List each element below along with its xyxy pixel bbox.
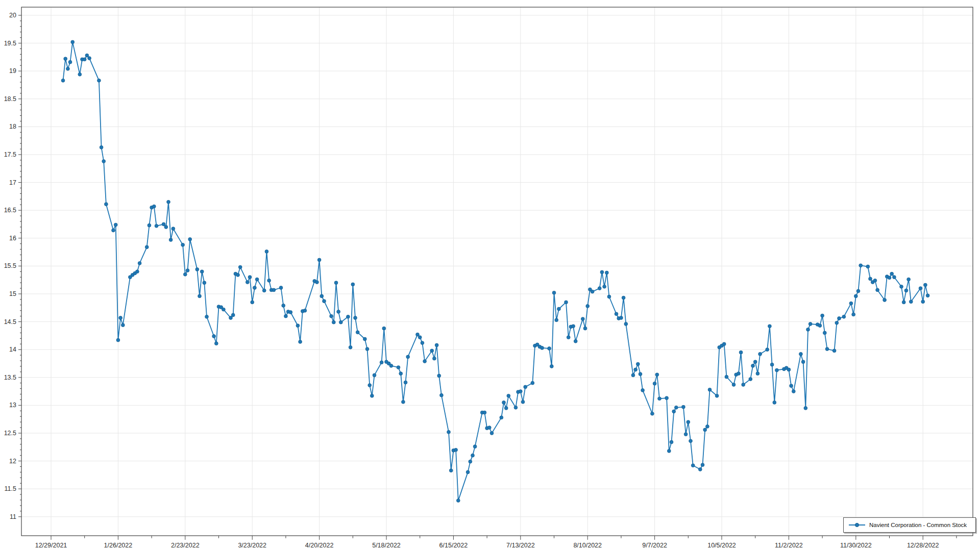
data-point-marker bbox=[435, 343, 438, 347]
data-point-marker bbox=[583, 327, 587, 330]
y-tick-label: 16 bbox=[9, 235, 16, 242]
data-point-marker bbox=[97, 79, 101, 82]
data-point-marker bbox=[838, 317, 841, 320]
data-point-marker bbox=[581, 317, 584, 321]
data-point-marker bbox=[672, 410, 676, 413]
y-tick-label: 20 bbox=[9, 12, 16, 19]
data-point-marker bbox=[670, 440, 673, 444]
data-point-marker bbox=[756, 372, 760, 375]
data-point-marker bbox=[739, 350, 743, 354]
data-point-marker bbox=[749, 378, 752, 381]
y-tick-label: 17 bbox=[9, 179, 16, 186]
data-point-marker bbox=[636, 362, 640, 366]
data-point-marker bbox=[181, 243, 185, 247]
data-point-marker bbox=[921, 300, 925, 304]
data-point-marker bbox=[658, 397, 662, 400]
data-point-marker bbox=[416, 333, 420, 336]
x-tick-label: 12/28/2022 bbox=[907, 542, 939, 549]
data-point-marker bbox=[222, 308, 226, 311]
data-point-marker bbox=[567, 336, 570, 339]
y-tick-label: 16.5 bbox=[4, 207, 16, 214]
x-tick-label: 6/15/2022 bbox=[439, 542, 468, 549]
data-point-marker bbox=[155, 224, 158, 228]
data-point-marker bbox=[251, 300, 254, 304]
data-point-marker bbox=[653, 382, 656, 385]
data-point-marker bbox=[591, 290, 594, 293]
data-point-marker bbox=[708, 388, 712, 391]
data-point-marker bbox=[852, 313, 855, 316]
data-point-marker bbox=[821, 314, 824, 317]
y-tick-label: 15.5 bbox=[4, 262, 16, 269]
data-point-marker bbox=[790, 384, 793, 388]
data-point-marker bbox=[524, 385, 527, 389]
data-point-marker bbox=[806, 328, 810, 332]
data-point-marker bbox=[433, 357, 436, 360]
data-point-marker bbox=[246, 281, 249, 284]
data-point-marker bbox=[183, 272, 187, 276]
chart-window: 2019.51918.51817.51716.51615.51514.51413… bbox=[0, 0, 980, 551]
data-point-marker bbox=[766, 348, 769, 352]
data-point-marker bbox=[339, 320, 342, 324]
data-point-marker bbox=[856, 289, 860, 293]
data-point-marker bbox=[689, 439, 693, 443]
data-point-marker bbox=[162, 222, 165, 226]
y-tick-label: 11 bbox=[10, 513, 16, 520]
data-point-marker bbox=[541, 346, 544, 350]
data-point-marker bbox=[555, 318, 558, 322]
data-point-marker bbox=[773, 401, 776, 405]
data-point-marker bbox=[701, 463, 704, 467]
legend-item[interactable]: Navient Corporation - Common Stock bbox=[843, 517, 976, 533]
data-point-marker bbox=[303, 309, 307, 312]
data-point-marker bbox=[698, 468, 702, 471]
data-point-marker bbox=[238, 265, 242, 269]
data-point-marker bbox=[320, 294, 324, 298]
data-point-marker bbox=[389, 364, 393, 368]
data-point-marker bbox=[167, 200, 170, 204]
data-point-marker bbox=[169, 238, 173, 242]
data-point-marker bbox=[296, 324, 300, 328]
data-point-marker bbox=[682, 405, 685, 409]
data-point-marker bbox=[552, 291, 556, 294]
data-point-marker bbox=[248, 276, 252, 279]
data-point-marker bbox=[332, 320, 335, 324]
data-point-marker bbox=[172, 227, 175, 231]
data-point-marker bbox=[768, 324, 772, 328]
data-point-marker bbox=[483, 411, 486, 414]
data-point-marker bbox=[758, 353, 762, 356]
data-point-marker bbox=[893, 276, 896, 279]
data-point-marker bbox=[282, 304, 285, 308]
x-tick-label: 10/5/2022 bbox=[707, 542, 736, 549]
data-point-marker bbox=[212, 335, 216, 338]
data-point-marker bbox=[775, 368, 779, 372]
data-point-marker bbox=[919, 287, 922, 290]
data-point-marker bbox=[804, 407, 807, 410]
data-point-marker bbox=[487, 426, 491, 430]
data-point-marker bbox=[397, 366, 400, 369]
data-point-marker bbox=[317, 258, 321, 262]
data-point-marker bbox=[849, 302, 853, 305]
data-point-marker bbox=[574, 339, 577, 343]
data-point-marker bbox=[145, 245, 149, 249]
data-point-marker bbox=[114, 223, 117, 227]
data-point-marker bbox=[337, 310, 340, 314]
data-point-marker bbox=[255, 278, 259, 281]
data-point-marker bbox=[787, 368, 791, 371]
y-tick-label: 18 bbox=[9, 123, 16, 130]
data-point-marker bbox=[859, 264, 863, 267]
data-point-marker bbox=[620, 316, 623, 320]
data-point-marker bbox=[634, 368, 638, 371]
data-point-marker bbox=[315, 281, 319, 284]
y-tick-label: 12.5 bbox=[4, 430, 16, 437]
data-point-marker bbox=[888, 276, 891, 280]
data-point-marker bbox=[622, 296, 625, 299]
data-point-marker bbox=[600, 270, 604, 274]
data-point-marker bbox=[164, 226, 168, 229]
data-point-marker bbox=[715, 394, 719, 397]
data-point-marker bbox=[64, 57, 67, 61]
data-point-marker bbox=[456, 499, 460, 503]
data-point-marker bbox=[138, 262, 141, 265]
data-point-marker bbox=[334, 281, 338, 285]
data-point-marker bbox=[703, 428, 707, 432]
series-line bbox=[63, 42, 928, 500]
data-point-marker bbox=[272, 288, 276, 292]
